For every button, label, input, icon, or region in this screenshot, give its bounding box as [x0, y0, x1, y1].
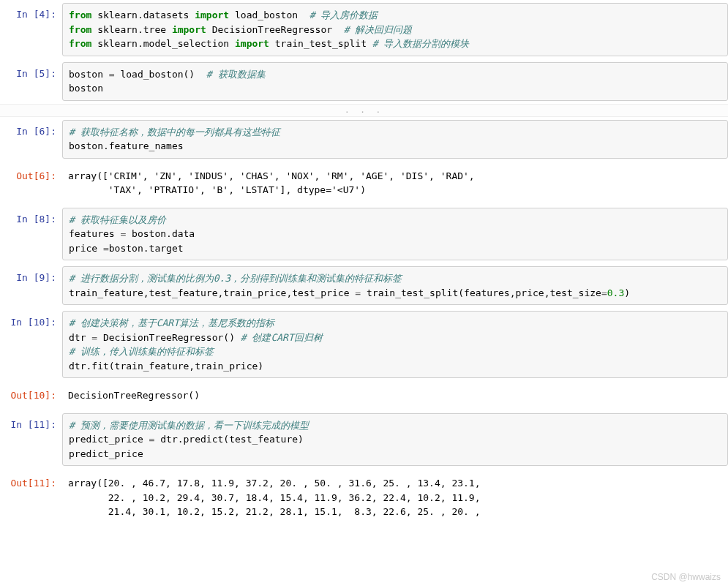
output-cell-5: Out[10]:DecisionTreeRegressor(): [0, 381, 728, 410]
in-prompt: In [5]:: [0, 62, 62, 101]
out-prompt: Out[6]:: [0, 165, 62, 202]
output-text: array(['CRIM', 'ZN', 'INDUS', 'CHAS', 'N…: [62, 165, 728, 202]
out-prompt: Out[11]:: [0, 472, 62, 524]
output-text: array([20. , 46.7, 17.8, 11.9, 37.2, 20.…: [62, 472, 728, 524]
code-input[interactable]: # 进行数据分割，测试集的比例为0.3，分别得到训练集和测试集的特征和标签 tr…: [62, 266, 728, 305]
code-input[interactable]: # 预测，需要使用测试集的数据，看一下训练完成的模型 predict_price…: [62, 413, 728, 467]
in-prompt: In [4]:: [0, 3, 62, 56]
in-prompt: In [8]:: [0, 208, 62, 261]
input-cell-1: In [5]:boston = load_boston() # 获取数据集 bo…: [0, 59, 728, 104]
in-prompt: In [11]:: [0, 413, 62, 467]
input-cell-6: In [11]:# 预测，需要使用测试集的数据，看一下训练完成的模型 predi…: [0, 410, 728, 470]
output-cell-6: Out[11]:array([20. , 46.7, 17.8, 11.9, 3…: [0, 469, 728, 527]
out-prompt: Out[10]:: [0, 384, 62, 407]
code-input[interactable]: # 获取特征集以及房价 features = boston.data price…: [62, 208, 728, 261]
input-cell-3: In [8]:# 获取特征集以及房价 features = boston.dat…: [0, 205, 728, 264]
in-prompt: In [10]:: [0, 311, 62, 378]
in-prompt: In [6]:: [0, 120, 62, 159]
code-input[interactable]: from sklearn.datasets import load_boston…: [62, 3, 728, 56]
output-text: DecisionTreeRegressor(): [62, 384, 728, 407]
output-collapsed-separator[interactable]: . . .: [0, 104, 728, 117]
in-prompt: In [9]:: [0, 266, 62, 305]
code-input[interactable]: boston = load_boston() # 获取数据集 boston: [62, 62, 728, 101]
input-cell-2: In [6]:# 获取特征名称，数据中的每一列都具有这些特征 boston.fe…: [0, 117, 728, 162]
input-cell-0: In [4]:from sklearn.datasets import load…: [0, 0, 728, 59]
input-cell-4: In [9]:# 进行数据分割，测试集的比例为0.3，分别得到训练集和测试集的特…: [0, 263, 728, 308]
code-input[interactable]: # 创建决策树，基于CART算法，基尼系数的指标 dtr = DecisionT…: [62, 311, 728, 378]
input-cell-5: In [10]:# 创建决策树，基于CART算法，基尼系数的指标 dtr = D…: [0, 308, 728, 381]
notebook-container: In [4]:from sklearn.datasets import load…: [0, 0, 728, 527]
code-input[interactable]: # 获取特征名称，数据中的每一列都具有这些特征 boston.feature_n…: [62, 120, 728, 159]
output-cell-2: Out[6]:array(['CRIM', 'ZN', 'INDUS', 'CH…: [0, 162, 728, 205]
